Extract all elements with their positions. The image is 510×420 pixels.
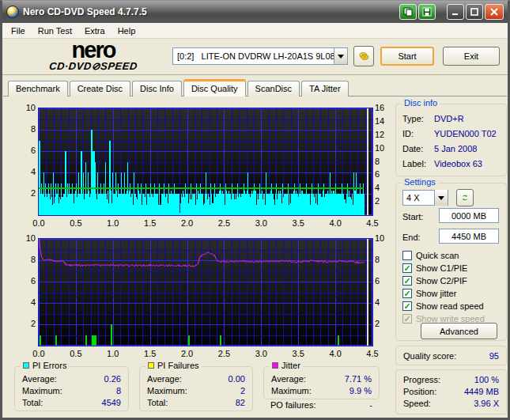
po-failures-value: - [369,400,372,410]
disc-info-row: Label:Videobox 63 [396,157,506,172]
axis-tick-label: 2 [375,319,380,328]
checkbox-quick-scan[interactable]: Quick scan [402,250,459,261]
axis-tick-label: 1.5 [144,349,156,358]
checkbox-label: Show jitter [416,289,456,298]
axis-tick-label: 0.5 [70,218,81,228]
checkbox-box[interactable]: ✓ [402,289,412,298]
refresh-speed-button[interactable] [456,189,474,206]
axis-tick-label: 6 [375,276,380,286]
disc-info-label: Type: [402,112,434,127]
progress-value: 4449 MB [464,386,499,398]
disc-info-row: ID:YUDEN000 T02 [396,127,506,142]
disc-info-panel: Disc info Type:DVD+RID:YUDEN000 T02Date:… [395,104,507,176]
po-failures-row: PO failures: - [263,400,380,410]
settings-panel: Settings 4 X Start: 0000 MB End: 4450 MB… [395,183,507,341]
menu-item-extra[interactable]: Extra [78,25,111,37]
axis-tick-label: 2.5 [218,349,230,358]
menu-item-file[interactable]: File [5,25,32,37]
stat-label: Maximum: [271,385,312,397]
menu-item-run-test[interactable]: Run Test [32,25,78,37]
checkbox-box[interactable]: ✓ [402,301,412,311]
chevron-down-icon [338,55,344,59]
checkbox-box[interactable]: ✓ [402,263,412,273]
stat-row: Maximum:9.9 % [264,385,379,397]
axis-tick-label: 8 [375,255,380,264]
refresh-icon [462,192,468,203]
stat-box-jitter: JitterAverage:7.71 %Maximum:9.9 % [263,366,380,399]
axis-tick-label: 8 [13,124,36,134]
axis-tick-label: 0.5 [70,349,81,358]
maximize-button[interactable] [466,4,483,20]
stat-value: 0.00 [229,373,245,385]
stat-box-title: PI Failures [145,361,202,370]
stat-label: Maximum: [22,385,62,397]
axis-tick-label: 1.5 [144,218,156,228]
stat-label: Maximum: [147,385,187,397]
settings-title: Settings [402,177,438,187]
drive-select-arrow[interactable] [334,48,347,64]
checkbox-box[interactable]: ✓ [402,276,412,286]
checkbox-box[interactable] [402,251,412,260]
save-icon[interactable] [418,4,436,20]
legend-swatch-icon [23,362,29,369]
stat-label: Average: [147,373,182,385]
copy-icon[interactable] [399,4,417,20]
progress-row: Progress:100 % [396,374,506,386]
checkbox-show-jitter[interactable]: ✓Show jitter [402,288,456,299]
disc-info-label: ID: [402,127,434,142]
minimize-button[interactable] [447,4,464,20]
drive-select[interactable]: [0:2] LITE-ON DVDRW LH-20A1S 9L08 [172,47,348,65]
tab-create-disc[interactable]: Create Disc [70,81,130,96]
exit-button[interactable]: Exit [443,47,500,66]
save-icon [422,7,432,17]
quality-score-value: 95 [489,350,499,362]
checkbox-show-c2-pif[interactable]: ✓Show C2/PIF [402,275,467,286]
tab-disc-quality[interactable]: Disc Quality [183,79,246,96]
axis-tick-label: 3.0 [255,349,267,358]
progress-rows: Progress:100 %Position:4449 MBSpeed:3.96… [396,370,506,410]
tab-benchmark[interactable]: Benchmark [8,81,68,96]
checkbox-box: ✓ [402,314,412,324]
start-field[interactable]: 0000 MB [439,208,499,223]
end-field[interactable]: 4450 MB [439,229,499,244]
disc-info-row: Date:5 Jan 2008 [396,142,506,157]
maximize-icon [470,8,478,16]
discs-button[interactable] [353,46,374,66]
nero-logo: nero CD·DVD⊘SPEED [26,40,161,72]
start-button[interactable]: Start [380,47,434,66]
tab-disc-info[interactable]: Disc Info [132,81,182,96]
close-button[interactable] [485,4,504,20]
checkbox-label: Show read speed [416,301,484,311]
stat-value: 7.71 % [345,373,372,385]
checkbox-label: Show write speed [416,314,485,324]
checkbox-show-c1-pie[interactable]: ✓Show C1/PIE [402,263,467,274]
axis-tick-label: 4 [13,167,36,176]
checkbox-show-read-speed[interactable]: ✓Show read speed [402,301,484,312]
axis-tick-label: 2.5 [218,218,230,228]
axis-tick-label: 10 [375,143,384,153]
copy-icon [403,7,413,17]
disc-info-value: 5 Jan 2008 [434,142,477,157]
quality-score-label: Quality score: [403,350,456,362]
discs-icon [359,50,368,62]
axis-tick-label: 10 [13,103,36,112]
tab-scandisc[interactable]: ScanDisc [247,81,300,96]
start-field-label: Start: [402,212,423,221]
axis-tick-label: 4.5 [366,218,378,228]
axis-tick-label: 1.0 [107,349,119,358]
disc-info-value: Videobox 63 [434,157,482,172]
stat-box-title-text: PI Failures [157,361,199,370]
advanced-button[interactable]: Advanced [421,323,497,339]
checkbox-label: Show C1/PIE [416,263,467,273]
speed-select-value: 4 X [403,193,434,202]
speed-select-arrow[interactable] [434,190,448,206]
checkbox-show-write-speed: ✓Show write speed [402,313,485,324]
axis-tick-label: 0.0 [32,349,44,358]
tab-ta-jitter[interactable]: TA Jitter [301,81,349,96]
speed-select[interactable]: 4 X [402,190,448,206]
menu-item-help[interactable]: Help [111,25,142,37]
stat-label: Average: [22,373,57,385]
stat-row: Maximum:8 [15,385,128,397]
axis-tick-label: 10 [375,233,384,243]
stat-value: 82 [236,397,245,409]
